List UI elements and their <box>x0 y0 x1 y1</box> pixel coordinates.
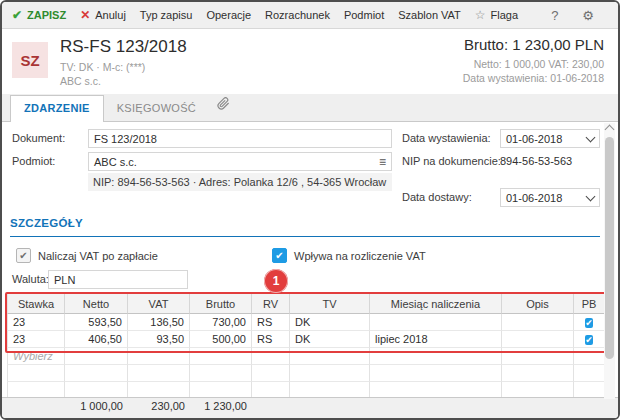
cell-empty <box>190 365 252 382</box>
operations-button[interactable]: Operacje <box>206 9 251 21</box>
cell-empty <box>128 365 190 382</box>
check-icon: ✔ <box>12 8 22 22</box>
help-button[interactable]: ? <box>546 8 563 23</box>
cell-rv[interactable]: RS <box>252 331 290 348</box>
cell-empty[interactable] <box>190 348 252 365</box>
settlement-button[interactable]: Rozrachunek <box>265 9 330 21</box>
cell-tv[interactable]: DK <box>290 331 370 348</box>
paperclip-icon[interactable] <box>217 96 230 114</box>
totals-footer: 1 000,00 230,00 1 230,00 <box>2 397 618 418</box>
save-label: ZAPISZ <box>27 9 66 21</box>
col-tv[interactable]: TV <box>290 294 370 314</box>
cell-tv[interactable]: DK <box>290 314 370 331</box>
cell-empty[interactable] <box>502 348 574 365</box>
table-header-row: Stawka Netto VAT Brutto RV TV Miesiąc na… <box>7 294 605 314</box>
delivery-date-dropdown[interactable]: 01-06-2018 <box>500 188 600 207</box>
record-type-button[interactable]: Typ zapisu <box>140 9 193 21</box>
cell-empty[interactable] <box>290 348 370 365</box>
vat-template-label: Szablon VAT <box>398 9 461 21</box>
cell-miesiac[interactable]: lipiec 2018 <box>370 331 502 348</box>
col-vat[interactable]: VAT <box>128 294 190 314</box>
star-icon: ☆ <box>475 8 486 22</box>
cell-empty[interactable] <box>128 348 190 365</box>
gross-amount: Brutto: 1 230,00 PLN <box>464 36 604 53</box>
save-button[interactable]: ✔ ZAPISZ <box>12 8 66 22</box>
total-netto: 1 000,00 <box>65 400 128 412</box>
details-section-rule <box>10 236 600 237</box>
entity-button[interactable]: Podmiot <box>344 9 384 21</box>
entity-value: ABC s.c. <box>94 156 137 168</box>
gear-icon[interactable]: ⚙ <box>577 8 599 23</box>
cell-pb[interactable]: ✔ <box>574 314 605 331</box>
cell-opis[interactable] <box>502 314 574 331</box>
scrollbar-thumb[interactable] <box>605 137 614 359</box>
currency-input[interactable]: PLN <box>48 270 188 289</box>
cell-brutto[interactable]: 500,00 <box>190 331 252 348</box>
document-input[interactable]: FS 123/2018 <box>88 129 392 148</box>
entity-label: Podmiot <box>344 9 384 21</box>
table-new-row[interactable]: Wybierz <box>7 348 605 365</box>
cell-stawka[interactable]: 23 <box>7 314 65 331</box>
vat-settlement-checkbox[interactable]: ✔ <box>272 248 287 263</box>
col-pb[interactable]: PB <box>574 294 605 314</box>
vat-template-button[interactable]: Szablon VAT <box>398 9 461 21</box>
cell-stawka[interactable]: 23 <box>7 331 65 348</box>
vertical-scrollbar[interactable] <box>604 123 615 399</box>
currency-value: PLN <box>54 274 75 286</box>
operations-label: Operacje <box>206 9 251 21</box>
cell-netto[interactable]: 593,50 <box>65 314 128 331</box>
document-title: RS-FS 123/2018 <box>60 37 187 57</box>
document-value: FS 123/2018 <box>94 133 157 145</box>
chevron-down-icon <box>586 191 596 201</box>
entity-input[interactable]: ABC s.c. ≡ <box>88 152 392 171</box>
col-miesiac[interactable]: Miesiąc naliczenia <box>370 294 502 314</box>
cell-pb[interactable]: ✔ <box>574 331 605 348</box>
document-company: ABC s.c. <box>60 75 101 87</box>
vat-on-payment-checkbox[interactable]: ✔ <box>16 248 31 263</box>
cell-empty <box>252 365 290 382</box>
col-brutto[interactable]: Brutto <box>190 294 252 314</box>
cell-opis[interactable] <box>502 331 574 348</box>
col-netto[interactable]: Netto <box>65 294 128 314</box>
total-empty <box>7 400 65 412</box>
cell-empty <box>7 365 65 382</box>
cell-empty[interactable] <box>65 348 128 365</box>
table-row[interactable]: 23 593,50 136,50 730,00 RS DK ✔ <box>7 314 605 331</box>
table-row[interactable]: 23 406,50 93,50 500,00 RS DK lipiec 2018… <box>7 331 605 348</box>
net-vat-summary: Netto: 1 000,00 VAT: 230,00 <box>474 58 604 70</box>
menu-icon[interactable]: ≡ <box>379 155 386 169</box>
total-empty <box>574 400 605 412</box>
cell-vat[interactable]: 136,50 <box>128 314 190 331</box>
tab-zdarzenie[interactable]: ZDARZENIE <box>10 95 104 122</box>
flag-label: Flaga <box>491 9 519 21</box>
cell-vat[interactable]: 93,50 <box>128 331 190 348</box>
col-rv[interactable]: RV <box>252 294 290 314</box>
issue-date-value: 01-06-2018 <box>506 133 562 145</box>
cell-empty[interactable] <box>370 348 502 365</box>
cell-empty <box>65 365 128 382</box>
toolbar: ✔ ZAPISZ ✕ Anuluj Typ zapisu Operacje Ro… <box>2 2 618 29</box>
doc-nip-label: NIP na dokumencie: <box>402 155 501 167</box>
pb-checkbox[interactable]: ✔ <box>585 335 593 345</box>
maximize-button[interactable] <box>613 10 620 21</box>
col-opis[interactable]: Opis <box>502 294 574 314</box>
col-stawka[interactable]: Stawka <box>7 294 65 314</box>
cell-netto[interactable]: 406,50 <box>65 331 128 348</box>
flag-button[interactable]: ☆ Flaga <box>475 8 518 22</box>
pb-checkbox[interactable]: ✔ <box>585 318 593 328</box>
tab-ksiegowosc[interactable]: KSIĘGOWOŚĆ <box>104 96 209 121</box>
cell-empty <box>370 365 502 382</box>
cell-brutto[interactable]: 730,00 <box>190 314 252 331</box>
cell-empty[interactable] <box>574 348 605 365</box>
total-vat: 230,00 <box>128 400 190 412</box>
new-row-placeholder[interactable]: Wybierz <box>7 348 65 365</box>
entity-info-bar: NIP: 894-56-53-563 · Adres: Polanka 12/6… <box>88 173 392 191</box>
cell-empty[interactable] <box>252 348 290 365</box>
x-icon: ✕ <box>80 8 90 22</box>
cancel-button[interactable]: ✕ Anuluj <box>80 8 126 22</box>
cell-rv[interactable]: RS <box>252 314 290 331</box>
scroll-up-icon[interactable] <box>605 125 615 135</box>
cell-miesiac[interactable] <box>370 314 502 331</box>
issue-date-dropdown[interactable]: 01-06-2018 <box>500 129 600 148</box>
document-type-badge: SZ <box>12 42 48 78</box>
